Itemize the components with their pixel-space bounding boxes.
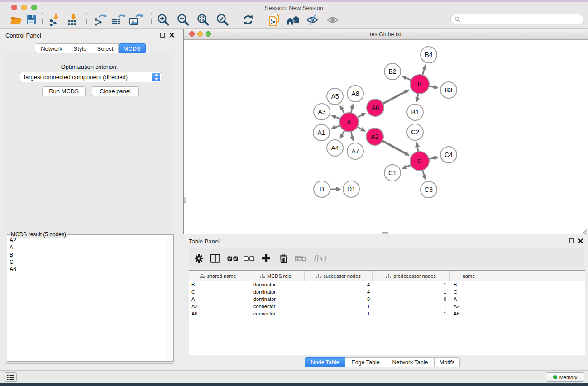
- table-settings-button[interactable]: [192, 252, 206, 265]
- table-row[interactable]: A2connector11A2: [189, 303, 585, 310]
- graph-node-a[interactable]: A: [339, 113, 359, 132]
- graph-node-a5[interactable]: A5: [327, 88, 343, 105]
- graph-node-c[interactable]: C: [410, 152, 429, 171]
- tab-motifs[interactable]: Motifs: [435, 357, 460, 367]
- graph-node-a8[interactable]: A8: [347, 86, 363, 102]
- table-cell: C: [189, 288, 247, 295]
- table-cell: A6: [189, 310, 247, 317]
- graph-node-c1[interactable]: C1: [384, 165, 401, 181]
- search-field[interactable]: [450, 14, 584, 24]
- network-window-title: testGlobe.txt: [184, 29, 588, 40]
- table-row[interactable]: Bdominator41B: [189, 281, 585, 288]
- zoom-fit-button[interactable]: [196, 13, 210, 27]
- column-header[interactable]: MCDS role: [247, 271, 305, 281]
- memory-button[interactable]: Memory: [546, 372, 584, 382]
- checked-boxes-icon: [227, 256, 238, 261]
- export-image-icon: [129, 14, 143, 26]
- graph-node-b3[interactable]: B3: [440, 82, 457, 98]
- network-graph[interactable]: B4B2BB3A8A5A6A3B1AA1C2A2A4A7C4CC1C3DD1: [184, 40, 588, 235]
- close-panel-icon[interactable]: [578, 238, 583, 243]
- mcds-result-item[interactable]: C: [8, 258, 166, 266]
- graph-node-label: C1: [388, 169, 397, 176]
- table-row[interactable]: Cdominator41C: [189, 288, 585, 295]
- graph-edge[interactable]: [382, 91, 406, 104]
- graph-node-a4[interactable]: A4: [327, 140, 343, 156]
- tab-network[interactable]: Network: [35, 43, 68, 53]
- combo-spinner-icon[interactable]: [152, 73, 160, 81]
- split-view-button[interactable]: [208, 252, 222, 265]
- column-header[interactable]: predecessor nodes: [373, 271, 450, 281]
- mcds-result-item[interactable]: B: [8, 251, 166, 258]
- mcds-result-item[interactable]: A: [8, 244, 166, 251]
- graph-node-c4[interactable]: C4: [440, 147, 457, 163]
- network-canvas[interactable]: B4B2BB3A8A5A6A3B1AA1C2A2A4A7C4CC1C3DD1: [184, 40, 588, 235]
- import-network-button[interactable]: [48, 13, 62, 27]
- graph-node-a7[interactable]: A7: [347, 143, 363, 159]
- hide-selected-button[interactable]: [306, 13, 320, 27]
- zoom-out-button[interactable]: [176, 13, 191, 27]
- unselect-all-columns-button[interactable]: [242, 252, 256, 265]
- delete-table-button[interactable]: [294, 252, 307, 265]
- import-table-button[interactable]: [66, 13, 80, 27]
- function-builder-button[interactable]: f(x): [311, 252, 328, 265]
- show-hidden-button[interactable]: [326, 13, 340, 27]
- task-history-button[interactable]: [5, 372, 17, 382]
- graph-node-b1[interactable]: B1: [407, 104, 423, 120]
- float-panel-icon[interactable]: [569, 238, 574, 243]
- graph-node-a6[interactable]: A6: [367, 99, 384, 116]
- table-cell: 8: [305, 295, 373, 303]
- graph-node-b4[interactable]: B4: [421, 47, 437, 63]
- column-header[interactable]: successor nodes: [305, 271, 373, 281]
- graph-node-label: D1: [347, 186, 355, 193]
- graph-node-c2[interactable]: C2: [407, 124, 423, 140]
- mcds-result-item[interactable]: A2: [8, 237, 166, 244]
- export-network-button[interactable]: [93, 13, 107, 27]
- tab-select[interactable]: Select: [92, 43, 119, 53]
- close-panel-icon[interactable]: [169, 33, 174, 38]
- mcds-result-scrollbar[interactable]: [167, 235, 173, 361]
- mcds-result-title: MCDS result (5 nodes): [10, 231, 67, 238]
- network-window-titlebar[interactable]: testGlobe.txt: [184, 29, 588, 40]
- graph-node-a2[interactable]: A2: [366, 128, 383, 145]
- column-header[interactable]: name: [450, 271, 488, 281]
- eye-slash-icon: [306, 14, 320, 26]
- graph-node-a1[interactable]: A1: [313, 124, 330, 141]
- zoom-selected-button[interactable]: [215, 13, 230, 27]
- graph-node-a3[interactable]: A3: [314, 104, 330, 120]
- zoom-out-icon: [177, 13, 190, 27]
- export-image-button[interactable]: [129, 13, 143, 27]
- graph-node-d1[interactable]: D1: [343, 181, 359, 197]
- graph-node-b[interactable]: B: [410, 75, 429, 94]
- graph-edge[interactable]: [382, 140, 406, 154]
- close-panel-button[interactable]: Close panel: [92, 86, 139, 96]
- refresh-button[interactable]: [241, 13, 255, 27]
- run-mcds-button[interactable]: Run MCDS: [42, 86, 86, 96]
- graph-node-c3[interactable]: C3: [421, 181, 437, 198]
- save-session-button[interactable]: [24, 13, 38, 27]
- network-from-selection-button[interactable]: [267, 13, 282, 27]
- resize-grip-icon[interactable]: [581, 229, 587, 234]
- tab-node-table[interactable]: Node Table: [305, 357, 345, 367]
- table-row[interactable]: Adominator80A: [189, 295, 585, 303]
- mcds-result-item[interactable]: A6: [8, 266, 166, 273]
- select-all-columns-button[interactable]: [226, 252, 239, 265]
- column-header[interactable]: shared name: [189, 271, 247, 281]
- add-column-button[interactable]: [259, 252, 273, 265]
- float-panel-icon[interactable]: [160, 33, 165, 38]
- graph-node-d[interactable]: D: [314, 181, 330, 197]
- delete-column-button[interactable]: [277, 252, 290, 265]
- zoom-in-button[interactable]: [156, 13, 171, 27]
- tab-mcds[interactable]: MCDS: [119, 43, 146, 53]
- criterion-select[interactable]: largest connected component (directed): [20, 72, 161, 82]
- tab-edge-table[interactable]: Edge Table: [345, 357, 386, 367]
- tab-network-table[interactable]: Network Table: [386, 357, 435, 367]
- graph-node-label: D: [320, 186, 324, 193]
- open-session-button[interactable]: [9, 13, 24, 27]
- vertical-scrollbar-thumb[interactable]: [184, 197, 186, 203]
- table-row[interactable]: A6connector11A6: [189, 310, 585, 317]
- tab-style[interactable]: Style: [68, 43, 92, 53]
- export-table-button[interactable]: [111, 13, 125, 27]
- show-all-networks-button[interactable]: [286, 13, 301, 27]
- graph-node-b2[interactable]: B2: [384, 63, 401, 80]
- search-input[interactable]: [463, 15, 584, 24]
